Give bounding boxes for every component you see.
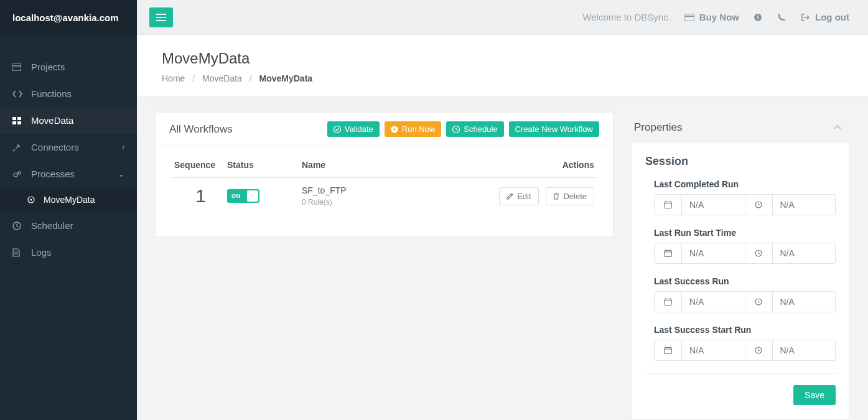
field-last-run-start-time: Last Run Start Time N/A N/A bbox=[645, 228, 836, 264]
properties-body: Session Last Completed Run N/A N/A Last … bbox=[632, 142, 849, 419]
nav-label: Projects bbox=[31, 62, 124, 72]
field-label: Last Success Run bbox=[654, 276, 836, 286]
workflow-name[interactable]: SF_to_FTP bbox=[302, 185, 482, 195]
logout-icon bbox=[800, 12, 810, 22]
cogs-icon bbox=[12, 170, 22, 179]
delete-button[interactable]: Delete bbox=[546, 187, 594, 205]
sidebar-item-processes[interactable]: Processes ⌄ bbox=[0, 161, 137, 187]
create-workflow-label: Create New Workflow bbox=[515, 124, 593, 134]
chevron-up-icon[interactable] bbox=[833, 124, 842, 131]
breadcrumb-movedata[interactable]: MoveData bbox=[202, 73, 242, 83]
breadcrumb-sep: / bbox=[250, 73, 252, 83]
field-row: N/A N/A bbox=[654, 243, 836, 264]
code-icon bbox=[12, 90, 22, 98]
edit-button[interactable]: Edit bbox=[499, 187, 538, 205]
svg-rect-16 bbox=[684, 14, 694, 21]
sidebar-item-projects[interactable]: Projects bbox=[0, 54, 137, 80]
clock-icon bbox=[12, 222, 22, 230]
svg-rect-23 bbox=[665, 202, 672, 208]
sidebar-item-scheduler[interactable]: Scheduler bbox=[0, 212, 137, 239]
svg-rect-33 bbox=[665, 299, 672, 306]
calendar-icon bbox=[655, 292, 682, 312]
run-now-label: Run Now bbox=[402, 124, 435, 134]
delete-label: Delete bbox=[563, 192, 587, 201]
time-value: N/A bbox=[773, 243, 836, 263]
time-value: N/A bbox=[773, 195, 836, 215]
phone-icon[interactable] bbox=[777, 12, 786, 22]
session-title: Session bbox=[645, 155, 836, 168]
svg-rect-38 bbox=[665, 348, 672, 354]
save-button[interactable]: Save bbox=[793, 385, 836, 405]
time-value: N/A bbox=[773, 292, 836, 312]
field-label: Last Completed Run bbox=[654, 179, 836, 189]
menu-toggle-button[interactable] bbox=[149, 7, 173, 27]
target-icon bbox=[27, 196, 37, 203]
calendar-icon bbox=[655, 340, 682, 360]
row-sequence: 1 bbox=[174, 185, 227, 207]
card-icon bbox=[684, 12, 694, 22]
svg-text:i: i bbox=[757, 14, 759, 21]
page-header: MoveMyData Home / MoveData / MoveMyData bbox=[137, 35, 868, 96]
trash-icon bbox=[553, 193, 559, 200]
date-value: N/A bbox=[682, 292, 745, 312]
svg-rect-2 bbox=[12, 117, 16, 120]
field-last-success-run: Last Success Run N/A N/A bbox=[645, 276, 836, 312]
sidebar-item-movedata[interactable]: MoveData bbox=[0, 107, 137, 134]
validate-label: Validate bbox=[345, 124, 373, 134]
schedule-button[interactable]: Schedule bbox=[446, 121, 503, 137]
chevron-down-icon: ⌄ bbox=[118, 170, 124, 179]
col-name: Name bbox=[302, 160, 482, 170]
play-circle-icon bbox=[391, 126, 398, 133]
logout-button[interactable]: Log out bbox=[800, 12, 849, 22]
nav-label: Scheduler bbox=[31, 220, 124, 231]
date-value: N/A bbox=[682, 195, 745, 215]
sidebar-subitem-movemydata[interactable]: MoveMyData bbox=[0, 187, 137, 212]
workflow-rules: 0 Rule(s) bbox=[302, 198, 482, 207]
sidebar-nav: Projects Functions MoveData Connectors ‹ bbox=[0, 35, 137, 266]
breadcrumb: Home / MoveData / MoveMyData bbox=[162, 73, 843, 83]
create-workflow-button[interactable]: Create New Workflow bbox=[509, 121, 599, 137]
clock-icon bbox=[745, 340, 773, 360]
workflows-panel-head: All Workflows Validate Run Now Schedule … bbox=[156, 113, 613, 146]
run-now-button[interactable]: Run Now bbox=[385, 121, 441, 137]
table-row: 1 ON SF_to_FTP 0 Rule(s) bbox=[171, 178, 597, 214]
breadcrumb-sep: / bbox=[192, 73, 195, 83]
breadcrumb-home[interactable]: Home bbox=[162, 73, 185, 83]
field-row: N/A N/A bbox=[654, 194, 836, 215]
logout-label: Log out bbox=[815, 12, 849, 22]
workflows-title: All Workflows bbox=[169, 123, 327, 136]
buy-now-button[interactable]: Buy Now bbox=[684, 12, 739, 22]
properties-panel: Properties Session Last Completed Run N/… bbox=[632, 113, 849, 419]
chevron-left-icon: ‹ bbox=[122, 143, 124, 152]
page-title: MoveMyData bbox=[162, 50, 843, 67]
sidebar-item-logs[interactable]: Logs bbox=[0, 239, 137, 266]
field-label: Last Success Start Run bbox=[654, 325, 836, 335]
toggle-on-label: ON bbox=[231, 193, 241, 199]
svg-rect-28 bbox=[665, 251, 672, 257]
field-label: Last Run Start Time bbox=[654, 228, 836, 238]
svg-point-6 bbox=[14, 173, 17, 177]
topbar: Welcome to DBSync. Buy Now i Log out bbox=[137, 0, 868, 35]
sidebar: localhost@avankia.com Projects Functions… bbox=[0, 0, 137, 420]
nav-label: MoveData bbox=[31, 115, 124, 126]
table-header: Sequence Status Name Actions bbox=[171, 152, 597, 178]
col-actions: Actions bbox=[482, 160, 594, 170]
grid-icon bbox=[12, 117, 22, 124]
sidebar-item-functions[interactable]: Functions bbox=[0, 80, 137, 107]
sidebar-sub-processes: MoveMyData bbox=[0, 187, 137, 212]
time-value: N/A bbox=[773, 340, 836, 360]
toggle-knob bbox=[247, 190, 258, 202]
svg-rect-3 bbox=[17, 117, 21, 120]
status-toggle[interactable]: ON bbox=[227, 189, 259, 203]
pencil-icon bbox=[506, 193, 513, 200]
nav-label: Processes bbox=[31, 169, 118, 179]
workflows-panel: All Workflows Validate Run Now Schedule … bbox=[156, 113, 613, 236]
nav-label: Connectors bbox=[31, 142, 122, 152]
info-icon[interactable]: i bbox=[753, 12, 763, 22]
topbar-right: Welcome to DBSync. Buy Now i Log out bbox=[582, 12, 849, 22]
validate-button[interactable]: Validate bbox=[327, 121, 380, 137]
svg-rect-14 bbox=[156, 17, 166, 18]
sidebar-item-connectors[interactable]: Connectors ‹ bbox=[0, 134, 137, 161]
buy-now-label: Buy Now bbox=[699, 12, 739, 22]
tenant-label: localhost@avankia.com bbox=[0, 0, 137, 35]
